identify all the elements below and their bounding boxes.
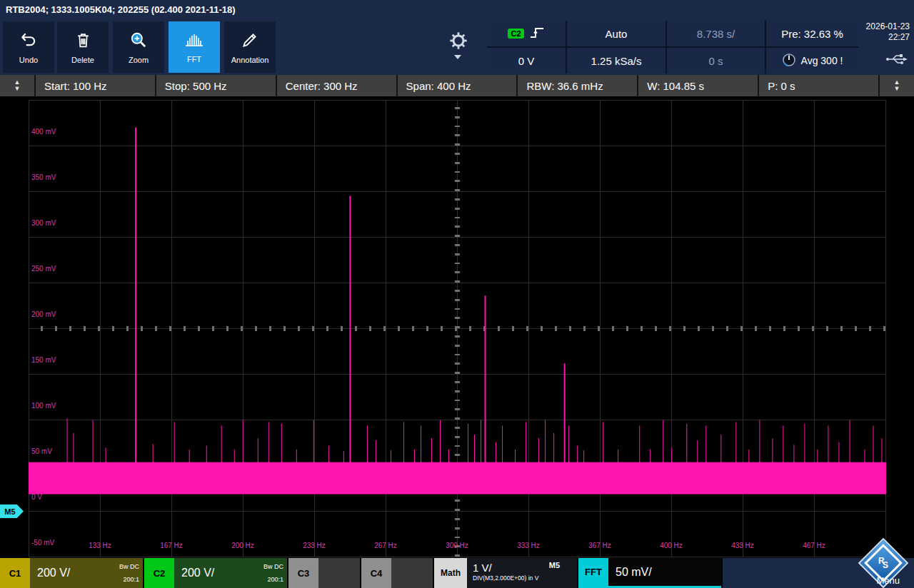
undo-button[interactable]: Undo [3, 21, 54, 73]
channel-bar: C1 200 V/ Bw DC 200:1 C2 200 V/ Bw DC 20… [0, 558, 914, 588]
x-axis-label: 167 Hz [153, 542, 190, 549]
c2-probe: 200:1 [263, 573, 283, 586]
x-axis-label: 433 Hz [724, 542, 761, 549]
pencil-icon [241, 31, 259, 52]
fft-bar-spinner-left[interactable]: ▲ ▼ [0, 75, 34, 96]
trigger-level-cell[interactable]: 0 V [487, 48, 566, 74]
math-settings[interactable]: 1 V/ DIV(M3,2.000E+00) in V M5 [467, 558, 577, 588]
x-axis-label: 233 Hz [296, 542, 333, 549]
channel-c3-widget[interactable]: C3 [288, 558, 360, 588]
status-grid: C2 Auto 8.738 s/ Pre: 32.63 % 0 V 1.2 [487, 21, 858, 74]
c4-chip[interactable]: C4 [361, 558, 391, 588]
delete-label: Delete [71, 56, 94, 64]
c3-chip[interactable]: C3 [288, 558, 318, 588]
c3-settings[interactable] [318, 558, 360, 588]
fft-scale: 50 mV/ [608, 566, 652, 579]
oscilloscope-screen: RTB2004; 1333.1005K04; 202255 (02.400 20… [0, 0, 914, 588]
math-expression: DIV(M3,2.000E+00) in V [473, 573, 538, 583]
zoom-label: Zoom [129, 56, 149, 64]
clock: 2026-01-23 22:27 [866, 21, 910, 43]
sample-rate-value: 1.25 kSa/s [591, 55, 642, 67]
c2-chip[interactable]: C2 [144, 558, 174, 588]
y-axis-label: 250 mV [31, 265, 56, 273]
timebase-cell[interactable]: 8.738 s/ [667, 21, 765, 46]
trigger-level-value: 0 V [518, 55, 535, 67]
knob-icon [782, 53, 796, 69]
delete-button[interactable]: Delete [57, 21, 109, 73]
pretrigger-value: Pre: 32.63 % [781, 28, 843, 40]
c1-probe: 200:1 [119, 573, 139, 586]
y-axis-label: 0 V [31, 493, 42, 501]
fft-span-field[interactable]: Span: 400 Hz [398, 75, 517, 96]
y-axis-label: -50 mV [31, 539, 54, 547]
chevron-down-icon[interactable] [454, 55, 461, 59]
gear-icon[interactable] [448, 31, 468, 51]
fft-plot[interactable]: 400 mV 350 mV 300 mV 250 mV 200 mV 150 m… [29, 100, 886, 557]
fft-start-field[interactable]: Start: 100 Hz [36, 75, 155, 96]
trigger-slope-icon [529, 26, 545, 42]
x-axis-label: 333 Hz [510, 542, 547, 549]
date-value: 2026-01-23 [866, 21, 910, 32]
fft-position-field[interactable]: P: 0 s [759, 75, 878, 96]
math-values: 1 V/ DIV(M3,2.000E+00) in V [467, 563, 538, 583]
fft-bar-spinner-right[interactable]: ▲ ▼ [880, 75, 914, 96]
fft-rbw-field[interactable]: RBW: 36.6 mHz [518, 75, 637, 96]
trigger-mode-cell[interactable]: Auto [567, 21, 666, 46]
c2-settings[interactable]: 200 V/ Bw DC 200:1 [174, 558, 287, 588]
math-scale: 1 V/ [473, 563, 538, 573]
y-axis-label: 150 mV [31, 356, 56, 364]
y-axis-label: 400 mV [31, 128, 56, 136]
fft-button[interactable]: FFT [169, 21, 220, 73]
time-value: 22:27 [866, 32, 910, 43]
c2-coupling: Bw DC [263, 560, 283, 573]
c1-chip[interactable]: C1 [0, 558, 30, 588]
usb-icon [885, 52, 910, 69]
math-widget[interactable]: Math 1 V/ DIV(M3,2.000E+00) in V M5 [434, 558, 577, 588]
undo-icon [19, 31, 38, 52]
c2-info: Bw DC 200:1 [263, 560, 283, 586]
channel-c2-widget[interactable]: C2 200 V/ Bw DC 200:1 [144, 558, 287, 588]
c4-settings[interactable] [391, 558, 433, 588]
timebase-value: 8.738 s/ [697, 28, 735, 40]
horizontal-position-value: 0 s [708, 55, 723, 67]
zoom-button[interactable]: Zoom [113, 21, 164, 73]
acquisition-mode-cell[interactable]: Avg 300 ! [766, 48, 858, 74]
trigger-source-cell[interactable]: C2 [487, 21, 566, 46]
graticule-area: 400 mV 350 mV 300 mV 250 mV 200 mV 150 m… [0, 96, 914, 558]
m5-reference-marker[interactable]: M5 [0, 505, 24, 518]
sample-rate-cell[interactable]: 1.25 kSa/s [567, 48, 666, 74]
y-axis-label: 100 mV [31, 402, 56, 410]
trigger-mode: Auto [606, 28, 628, 40]
c1-coupling: Bw DC [119, 560, 139, 573]
fft-settings[interactable]: 50 mV/ [608, 558, 721, 586]
fft-window-field[interactable]: W: 104.85 s [638, 75, 758, 96]
y-axis-label: 350 mV [31, 173, 56, 181]
math-chip[interactable]: Math [434, 558, 467, 588]
trash-icon [74, 31, 92, 52]
fft-label: FFT [187, 55, 201, 64]
x-axis-label: 267 Hz [367, 542, 404, 549]
c2-scale: 200 V/ [174, 567, 214, 579]
channel-c1-widget[interactable]: C1 200 V/ Bw DC 200:1 [0, 558, 143, 588]
pretrigger-cell[interactable]: Pre: 32.63 % [766, 21, 858, 46]
c1-settings[interactable]: 200 V/ Bw DC 200:1 [30, 558, 143, 588]
menu-button[interactable]: Menu [876, 575, 900, 586]
spectrum-comb-icon [184, 31, 204, 51]
fft-widget[interactable]: FFT 50 mV/ [578, 558, 721, 588]
acquisition-value: Avg 300 ! [801, 55, 843, 66]
fft-stop-field[interactable]: Stop: 500 Hz [156, 75, 276, 96]
x-axis-label: 300 Hz [438, 542, 476, 549]
annotation-label: Annotation [231, 56, 269, 64]
horizontal-position-cell[interactable]: 0 s [667, 48, 765, 74]
x-axis-label: 400 Hz [653, 542, 690, 549]
trigger-source-badge: C2 [508, 29, 523, 39]
c1-scale: 200 V/ [30, 567, 70, 579]
channel-c4-widget[interactable]: C4 [361, 558, 433, 588]
math-ref-badge: M5 [549, 561, 560, 569]
arrow-down-icon: ▼ [14, 86, 21, 92]
y-axis-label: 50 mV [31, 447, 52, 455]
fft-center-field[interactable]: Center: 300 Hz [277, 75, 396, 96]
annotation-button[interactable]: Annotation [224, 21, 276, 73]
fft-spectrum-trace [29, 100, 886, 557]
fft-chip[interactable]: FFT [578, 558, 608, 586]
